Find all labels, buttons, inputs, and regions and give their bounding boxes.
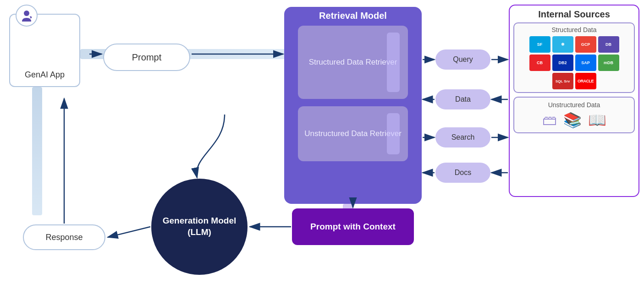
docs-label: Docs [455,169,471,177]
gen-model-line2: (LLM) [187,227,211,238]
structured-retriever-box: Structured Data Retriever [298,26,408,99]
docs-pill: Docs [435,163,490,183]
prompt-with-context-label: Prompt with Context [310,222,396,232]
couchbase-logo: CB [529,55,550,71]
unstructured-retriever-box: Unstructured Data Retriever [298,106,408,161]
mongodb-logo: mDB [598,55,619,71]
prompt-with-context-box: Prompt with Context [292,208,414,245]
doc-icon-2: 📚 [563,111,582,129]
doc-icon-3: 📖 [588,111,606,129]
prompt-pill: Prompt [103,44,190,71]
svg-point-0 [24,11,29,16]
genai-label: GenAI App [25,70,65,80]
snowflake-logo: ❄ [552,36,573,53]
sap-logo: SAP [575,55,596,71]
search-label: Search [451,133,475,142]
unstructured-data-section: Unstructured Data 🗃 📚 📖 [513,97,635,133]
data-pill: Data [435,89,490,109]
genai-app-box: GenAI App [9,14,80,87]
retriever-stripe [387,33,400,92]
structured-data-label: Structured Data [518,26,630,33]
search-pill: Search [435,127,490,147]
response-pill: Response [23,224,105,250]
response-label: Response [45,233,83,242]
unstructured-icons: 🗃 📚 📖 [518,111,630,129]
structured-data-section: Structured Data SF ❄ GCP DB CB DB2 SAP m… [513,22,635,93]
retriever-stripe-2 [387,113,400,154]
query-pill: Query [435,49,490,70]
oracle-logo: ORACLE [575,73,596,89]
retrieval-model-title: Retrieval Model [319,11,387,21]
structured-retriever-label: Structured Data Retriever [309,58,397,67]
flow-bar-vertical [32,87,42,215]
data-label: Data [455,95,471,104]
internal-sources-title: Internal Sources [513,9,635,20]
query-label: Query [453,55,473,64]
ibm-logo: DB2 [552,55,573,71]
unstructured-data-label: Unstructured Data [518,101,630,109]
db-logo: DB [598,36,619,53]
prompt-label: Prompt [132,52,161,63]
diagram: GenAI App Prompt Retrieval Model Structu… [0,0,644,284]
salesforce-logo: SF [529,36,550,53]
generation-model-circle: Generation Model (LLM) [151,179,248,275]
svg-line-15 [108,227,150,237]
logos-grid: SF ❄ GCP DB CB DB2 SAP mDB SQL Srv ORACL… [518,36,630,89]
gcp-logo: GCP [575,36,596,53]
doc-icon-1: 🗃 [542,112,557,129]
retrieval-model-box: Retrieval Model Structured Data Retrieve… [284,7,422,204]
sqlserver-logo: SQL Srv [552,73,573,89]
genai-icon [16,5,38,27]
internal-sources-box: Internal Sources Structured Data SF ❄ GC… [509,5,639,197]
gen-model-line1: Generation Model [163,215,236,227]
